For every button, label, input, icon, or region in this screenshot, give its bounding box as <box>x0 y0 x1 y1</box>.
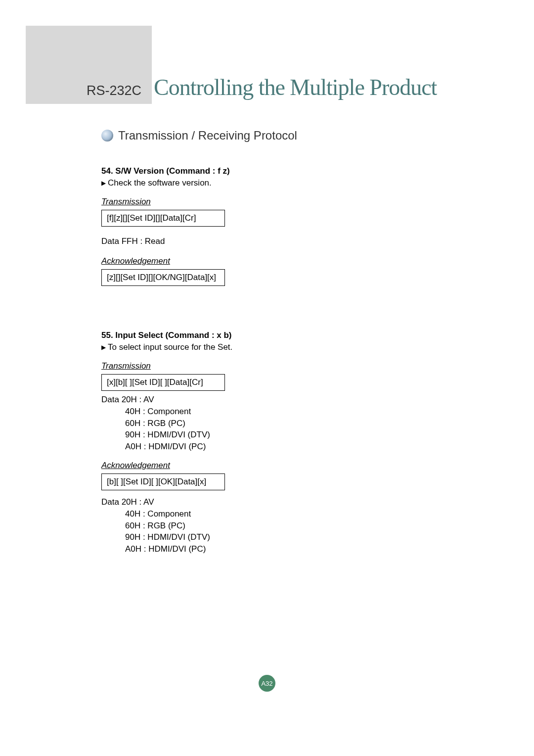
acknowledgement-label: Acknowledgement <box>101 256 447 266</box>
data-line: Data 20H : AV <box>101 496 447 508</box>
data-line: A0H : HDMI/DVI (PC) <box>101 543 447 555</box>
page-footer: A32 <box>259 675 275 692</box>
command-desc-text: Check the software version. <box>108 178 212 188</box>
page-title-container: RS-232C Controlling the Multiple Product <box>87 74 437 100</box>
content-area: Transmission / Receiving Protocol 54. S/… <box>101 129 447 590</box>
transmission-label: Transmission <box>101 361 447 371</box>
data-line: 90H : HDMI/DVI (DTV) <box>101 429 447 441</box>
transmission-label: Transmission <box>101 197 447 207</box>
command-title: 54. S/W Version (Command : f z) <box>101 166 447 176</box>
command-block-55: 55. Input Select (Command : x b) To sele… <box>101 331 447 555</box>
section-title: Transmission / Receiving Protocol <box>118 129 297 142</box>
section-header: Transmission / Receiving Protocol <box>101 129 447 142</box>
data-line: Data 20H : AV <box>101 394 447 406</box>
command-description: To select input source for the Set. <box>101 342 447 352</box>
bullet-icon <box>101 130 113 142</box>
transmission-code: [x][b][ ][Set ID][ ][Data][Cr] <box>101 374 225 391</box>
transmission-code: [f][z][][Set ID][][Data][Cr] <box>101 210 225 227</box>
acknowledgement-data-list: Data 20H : AV 40H : Component 60H : RGB … <box>101 496 447 555</box>
data-line: A0H : HDMI/DVI (PC) <box>101 441 447 453</box>
command-desc-text: To select input source for the Set. <box>108 342 232 352</box>
data-line: 40H : Component <box>101 508 447 520</box>
data-line: 60H : RGB (PC) <box>101 520 447 532</box>
data-line: 90H : HDMI/DVI (DTV) <box>101 531 447 543</box>
command-title: 55. Input Select (Command : x b) <box>101 331 447 340</box>
page-number-badge: A32 <box>259 675 275 692</box>
command-block-54: 54. S/W Version (Command : f z) Check th… <box>101 166 447 296</box>
title-main: Controlling the Multiple Product <box>154 74 437 100</box>
command-description: Check the software version. <box>101 178 447 188</box>
acknowledgement-label: Acknowledgement <box>101 461 447 471</box>
data-line: 60H : RGB (PC) <box>101 418 447 429</box>
data-note: Data FFH : Read <box>101 236 447 246</box>
transmission-data-list: Data 20H : AV 40H : Component 60H : RGB … <box>101 394 447 453</box>
data-line: 40H : Component <box>101 406 447 418</box>
acknowledgement-code: [z][][Set ID][][OK/NG][Data][x] <box>101 269 225 286</box>
acknowledgement-code: [b][ ][Set ID][ ][OK][Data][x] <box>101 473 225 490</box>
title-prefix: RS-232C <box>87 83 141 98</box>
